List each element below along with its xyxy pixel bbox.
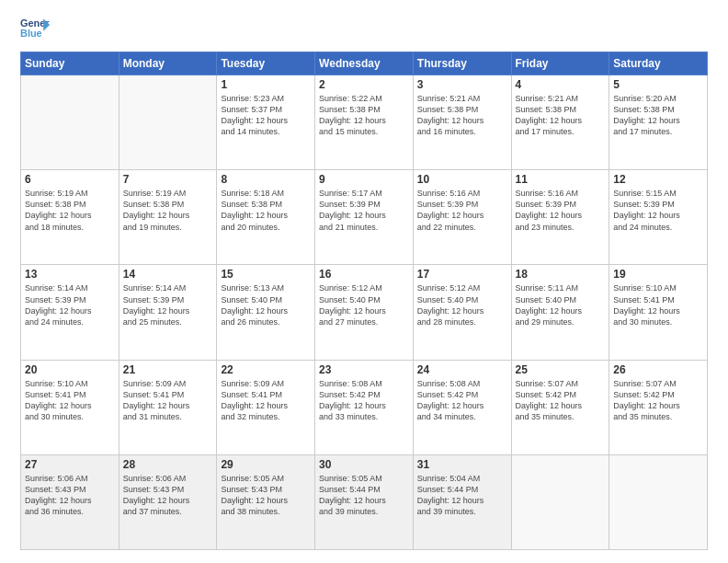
day-info: Sunrise: 5:10 AM Sunset: 5:41 PM Dayligh… xyxy=(25,378,115,423)
day-info: Sunrise: 5:11 AM Sunset: 5:40 PM Dayligh… xyxy=(516,282,606,327)
calendar-cell: 31Sunrise: 5:04 AM Sunset: 5:44 PM Dayli… xyxy=(413,454,511,549)
day-info: Sunrise: 5:20 AM Sunset: 5:38 PM Dayligh… xyxy=(613,93,703,138)
weekday-header: Sunday xyxy=(21,52,119,75)
day-info: Sunrise: 5:05 AM Sunset: 5:43 PM Dayligh… xyxy=(221,473,311,518)
calendar-cell: 13Sunrise: 5:14 AM Sunset: 5:39 PM Dayli… xyxy=(21,265,119,360)
day-number: 2 xyxy=(319,78,409,91)
day-number: 11 xyxy=(516,173,606,186)
calendar-cell: 22Sunrise: 5:09 AM Sunset: 5:41 PM Dayli… xyxy=(217,360,315,454)
calendar-cell xyxy=(119,75,217,170)
calendar-cell xyxy=(21,75,119,170)
day-info: Sunrise: 5:12 AM Sunset: 5:40 PM Dayligh… xyxy=(319,282,409,327)
calendar-week-row: 6Sunrise: 5:19 AM Sunset: 5:38 PM Daylig… xyxy=(21,170,708,265)
calendar-cell: 14Sunrise: 5:14 AM Sunset: 5:39 PM Dayli… xyxy=(119,265,217,360)
calendar-week-row: 13Sunrise: 5:14 AM Sunset: 5:39 PM Dayli… xyxy=(21,265,708,360)
calendar-cell: 10Sunrise: 5:16 AM Sunset: 5:39 PM Dayli… xyxy=(413,170,511,265)
calendar-cell: 5Sunrise: 5:20 AM Sunset: 5:38 PM Daylig… xyxy=(609,75,708,170)
day-info: Sunrise: 5:18 AM Sunset: 5:38 PM Dayligh… xyxy=(221,188,311,233)
day-number: 9 xyxy=(319,173,409,186)
calendar-cell: 1Sunrise: 5:23 AM Sunset: 5:37 PM Daylig… xyxy=(217,75,315,170)
day-info: Sunrise: 5:21 AM Sunset: 5:38 PM Dayligh… xyxy=(516,93,606,138)
calendar-cell: 6Sunrise: 5:19 AM Sunset: 5:38 PM Daylig… xyxy=(21,170,119,265)
day-number: 10 xyxy=(417,173,507,186)
calendar-cell: 24Sunrise: 5:08 AM Sunset: 5:42 PM Dayli… xyxy=(413,360,511,454)
svg-text:Blue: Blue xyxy=(20,28,42,39)
day-number: 26 xyxy=(613,363,703,376)
day-number: 25 xyxy=(516,363,606,376)
day-info: Sunrise: 5:04 AM Sunset: 5:44 PM Dayligh… xyxy=(417,473,507,518)
day-number: 5 xyxy=(613,78,703,91)
weekday-header: Thursday xyxy=(413,52,511,75)
calendar-cell: 29Sunrise: 5:05 AM Sunset: 5:43 PM Dayli… xyxy=(217,454,315,549)
logo-icon: General Blue xyxy=(20,17,50,42)
day-number: 19 xyxy=(613,268,703,281)
day-number: 16 xyxy=(319,268,409,281)
header: General Blue xyxy=(20,17,708,42)
calendar-week-row: 20Sunrise: 5:10 AM Sunset: 5:41 PM Dayli… xyxy=(21,360,708,454)
day-info: Sunrise: 5:06 AM Sunset: 5:43 PM Dayligh… xyxy=(25,473,115,518)
calendar-cell xyxy=(511,454,609,549)
day-info: Sunrise: 5:08 AM Sunset: 5:42 PM Dayligh… xyxy=(319,378,409,423)
day-number: 14 xyxy=(123,268,213,281)
day-info: Sunrise: 5:21 AM Sunset: 5:38 PM Dayligh… xyxy=(417,93,507,138)
calendar-cell: 20Sunrise: 5:10 AM Sunset: 5:41 PM Dayli… xyxy=(21,360,119,454)
day-number: 30 xyxy=(319,458,409,471)
calendar-table: SundayMondayTuesdayWednesdayThursdayFrid… xyxy=(20,52,708,550)
calendar-cell: 25Sunrise: 5:07 AM Sunset: 5:42 PM Dayli… xyxy=(511,360,609,454)
day-number: 21 xyxy=(123,363,213,376)
day-number: 17 xyxy=(417,268,507,281)
day-number: 31 xyxy=(417,458,507,471)
day-info: Sunrise: 5:09 AM Sunset: 5:41 PM Dayligh… xyxy=(221,378,311,423)
day-info: Sunrise: 5:12 AM Sunset: 5:40 PM Dayligh… xyxy=(417,282,507,327)
weekday-header: Monday xyxy=(119,52,217,75)
calendar-cell: 19Sunrise: 5:10 AM Sunset: 5:41 PM Dayli… xyxy=(609,265,708,360)
day-info: Sunrise: 5:05 AM Sunset: 5:44 PM Dayligh… xyxy=(319,473,409,518)
day-info: Sunrise: 5:10 AM Sunset: 5:41 PM Dayligh… xyxy=(613,282,703,327)
day-number: 18 xyxy=(516,268,606,281)
logo: General Blue xyxy=(20,17,50,42)
day-info: Sunrise: 5:14 AM Sunset: 5:39 PM Dayligh… xyxy=(123,282,213,327)
page: General Blue SundayMondayTuesdayWednesda… xyxy=(0,0,728,563)
calendar-cell: 26Sunrise: 5:07 AM Sunset: 5:42 PM Dayli… xyxy=(609,360,708,454)
calendar-week-row: 27Sunrise: 5:06 AM Sunset: 5:43 PM Dayli… xyxy=(21,454,708,549)
day-info: Sunrise: 5:19 AM Sunset: 5:38 PM Dayligh… xyxy=(123,188,213,233)
day-info: Sunrise: 5:23 AM Sunset: 5:37 PM Dayligh… xyxy=(221,93,311,138)
weekday-header: Tuesday xyxy=(217,52,315,75)
calendar-cell: 15Sunrise: 5:13 AM Sunset: 5:40 PM Dayli… xyxy=(217,265,315,360)
calendar-cell: 30Sunrise: 5:05 AM Sunset: 5:44 PM Dayli… xyxy=(315,454,414,549)
calendar-cell: 27Sunrise: 5:06 AM Sunset: 5:43 PM Dayli… xyxy=(21,454,119,549)
day-info: Sunrise: 5:13 AM Sunset: 5:40 PM Dayligh… xyxy=(221,282,311,327)
calendar-cell: 7Sunrise: 5:19 AM Sunset: 5:38 PM Daylig… xyxy=(119,170,217,265)
calendar-cell: 23Sunrise: 5:08 AM Sunset: 5:42 PM Dayli… xyxy=(315,360,414,454)
day-number: 6 xyxy=(25,173,115,186)
day-number: 3 xyxy=(417,78,507,91)
day-info: Sunrise: 5:17 AM Sunset: 5:39 PM Dayligh… xyxy=(319,188,409,233)
day-number: 4 xyxy=(516,78,606,91)
day-number: 20 xyxy=(25,363,115,376)
weekday-header: Saturday xyxy=(609,52,708,75)
day-info: Sunrise: 5:07 AM Sunset: 5:42 PM Dayligh… xyxy=(516,378,606,423)
day-number: 29 xyxy=(221,458,311,471)
day-info: Sunrise: 5:16 AM Sunset: 5:39 PM Dayligh… xyxy=(417,188,507,233)
calendar-cell: 12Sunrise: 5:15 AM Sunset: 5:39 PM Dayli… xyxy=(609,170,708,265)
calendar-cell: 21Sunrise: 5:09 AM Sunset: 5:41 PM Dayli… xyxy=(119,360,217,454)
day-info: Sunrise: 5:08 AM Sunset: 5:42 PM Dayligh… xyxy=(417,378,507,423)
day-info: Sunrise: 5:07 AM Sunset: 5:42 PM Dayligh… xyxy=(613,378,703,423)
day-number: 23 xyxy=(319,363,409,376)
day-info: Sunrise: 5:16 AM Sunset: 5:39 PM Dayligh… xyxy=(516,188,606,233)
calendar-cell: 18Sunrise: 5:11 AM Sunset: 5:40 PM Dayli… xyxy=(511,265,609,360)
calendar-cell: 8Sunrise: 5:18 AM Sunset: 5:38 PM Daylig… xyxy=(217,170,315,265)
day-info: Sunrise: 5:09 AM Sunset: 5:41 PM Dayligh… xyxy=(123,378,213,423)
day-number: 12 xyxy=(613,173,703,186)
day-info: Sunrise: 5:15 AM Sunset: 5:39 PM Dayligh… xyxy=(613,188,703,233)
day-number: 13 xyxy=(25,268,115,281)
calendar-cell: 28Sunrise: 5:06 AM Sunset: 5:43 PM Dayli… xyxy=(119,454,217,549)
calendar-cell: 9Sunrise: 5:17 AM Sunset: 5:39 PM Daylig… xyxy=(315,170,414,265)
day-number: 15 xyxy=(221,268,311,281)
calendar-cell: 4Sunrise: 5:21 AM Sunset: 5:38 PM Daylig… xyxy=(511,75,609,170)
day-number: 27 xyxy=(25,458,115,471)
calendar-cell: 3Sunrise: 5:21 AM Sunset: 5:38 PM Daylig… xyxy=(413,75,511,170)
day-number: 22 xyxy=(221,363,311,376)
day-number: 1 xyxy=(221,78,311,91)
day-number: 7 xyxy=(123,173,213,186)
